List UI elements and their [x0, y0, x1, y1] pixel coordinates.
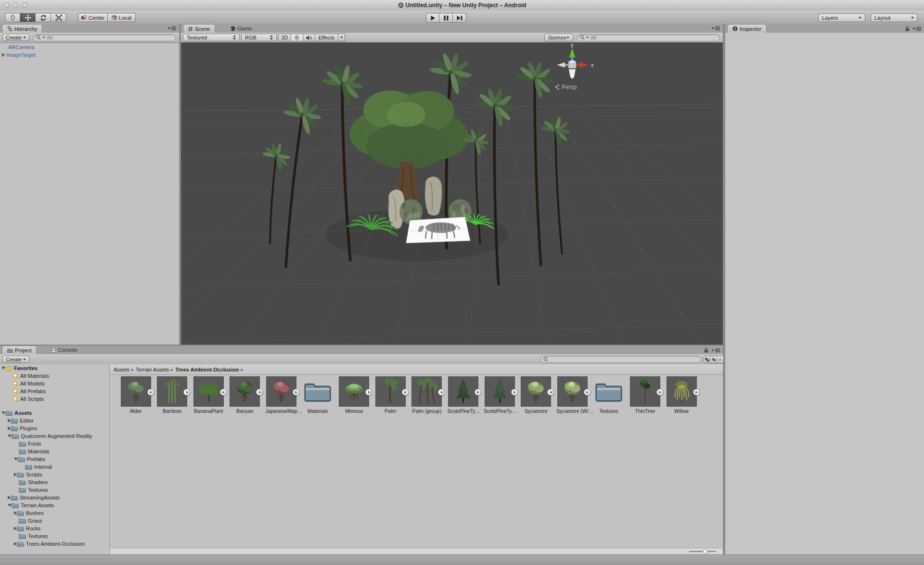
- asset-item[interactable]: Sycamore (Wi…: [556, 376, 588, 414]
- asset-prefab-thumbnail[interactable]: [411, 376, 442, 407]
- tree-item-folder[interactable]: Scripts: [0, 471, 109, 478]
- prefab-expand-arrow[interactable]: [293, 389, 299, 396]
- tree-item-favorites[interactable]: Favorites: [0, 364, 109, 372]
- tree-item-folder[interactable]: Qualcomm Augmented Reality: [0, 432, 109, 440]
- expander-expanded-icon[interactable]: [1, 411, 5, 414]
- tab-scene[interactable]: Scene: [183, 24, 215, 33]
- prefab-expand-arrow[interactable]: [365, 389, 372, 396]
- tree-item-saved-search[interactable]: All Prefabs: [0, 387, 109, 395]
- prefab-expand-arrow[interactable]: [584, 389, 590, 396]
- asset-item[interactable]: Materials: [302, 376, 334, 414]
- asset-item[interactable]: Palm (group): [411, 376, 443, 414]
- scene-audio-button[interactable]: [303, 34, 315, 41]
- asset-prefab-thumbnail[interactable]: [266, 376, 296, 407]
- asset-item[interactable]: Mimosa: [338, 376, 370, 414]
- asset-item[interactable]: Sycamore: [520, 376, 552, 414]
- search-by-label-button[interactable]: [710, 356, 717, 363]
- handle-local-button[interactable]: Local: [108, 13, 136, 22]
- tree-item-folder[interactable]: Grass: [0, 517, 109, 525]
- expander-expanded-icon[interactable]: [8, 504, 12, 507]
- asset-item[interactable]: BananaPlant: [192, 376, 224, 414]
- hierarchy-item[interactable]: ARCamera: [0, 43, 179, 51]
- asset-prefab-thumbnail[interactable]: [630, 376, 660, 407]
- tree-item-folder[interactable]: Rocks: [0, 525, 109, 532]
- scene-panel-menu[interactable]: [711, 26, 720, 30]
- asset-item[interactable]: ScotsPineTy…: [447, 376, 479, 414]
- tree-item-folder[interactable]: Shaders: [0, 478, 109, 486]
- gizmos-dropdown[interactable]: Gizmos: [544, 34, 573, 41]
- asset-prefab-thumbnail[interactable]: [485, 376, 515, 407]
- tab-project[interactable]: Project: [2, 346, 37, 354]
- lock-icon[interactable]: [704, 347, 708, 353]
- scene-viewport[interactable]: y x Persp: [181, 42, 723, 345]
- hierarchy-item[interactable]: ImageTarget: [0, 51, 179, 59]
- expander-expanded-icon[interactable]: [14, 458, 18, 461]
- breadcrumb-item[interactable]: Trees Ambient-Occlusion: [175, 367, 239, 372]
- tree-item-folder[interactable]: Materials: [0, 448, 109, 455]
- layout-dropdown[interactable]: Layout: [871, 13, 918, 22]
- tree-item-folder[interactable]: Editor: [0, 417, 109, 424]
- pause-button[interactable]: [439, 13, 453, 23]
- asset-item[interactable]: Palm: [374, 376, 406, 414]
- prefab-expand-arrow[interactable]: [220, 389, 227, 396]
- 2d-toggle-button[interactable]: 2D: [278, 34, 291, 41]
- tree-item-folder[interactable]: Textures: [0, 532, 109, 540]
- scene-search-input[interactable]: All: [577, 34, 720, 41]
- tree-item-folder[interactable]: Internal: [0, 463, 109, 471]
- scale-tool-button[interactable]: [51, 13, 66, 22]
- tree-item-folder[interactable]: Fonts: [0, 440, 109, 448]
- tab-inspector[interactable]: Inspector: [727, 24, 767, 33]
- tree-item-folder[interactable]: Textures: [0, 486, 109, 494]
- breadcrumb-item[interactable]: Terrain Assets: [136, 367, 169, 372]
- saved-searches-button[interactable]: [717, 356, 724, 363]
- shading-mode-dropdown[interactable]: Textured: [183, 34, 240, 41]
- prefab-expand-arrow[interactable]: [511, 389, 518, 396]
- asset-prefab-thumbnail[interactable]: [557, 376, 588, 407]
- asset-prefab-thumbnail[interactable]: [193, 376, 224, 407]
- prefab-expand-arrow[interactable]: [256, 389, 263, 396]
- project-create-button[interactable]: Create: [2, 356, 29, 363]
- asset-prefab-thumbnail[interactable]: [339, 376, 369, 407]
- asset-prefab-thumbnail[interactable]: [375, 376, 406, 407]
- tree-item-folder[interactable]: Plugins: [0, 424, 109, 432]
- asset-item[interactable]: JapaneseMap…: [265, 376, 297, 414]
- asset-item[interactable]: Banyan: [229, 376, 261, 414]
- asset-item[interactable]: Alder: [120, 376, 152, 414]
- rotate-tool-button[interactable]: [36, 13, 51, 22]
- hand-tool-button[interactable]: [5, 13, 20, 22]
- prefab-expand-arrow[interactable]: [693, 389, 700, 396]
- tree-item-folder[interactable]: Assets: [0, 409, 109, 417]
- asset-prefab-thumbnail[interactable]: [121, 376, 151, 407]
- search-by-type-button[interactable]: [704, 356, 710, 363]
- tree-item-folder[interactable]: Prefabs: [0, 455, 109, 463]
- step-button[interactable]: [453, 13, 466, 23]
- asset-prefab-thumbnail[interactable]: [448, 376, 478, 407]
- asset-item[interactable]: Textures: [593, 376, 625, 414]
- tree-item-folder[interactable]: Bushes: [0, 509, 109, 517]
- asset-prefab-thumbnail[interactable]: [667, 376, 697, 407]
- asset-folder-thumbnail[interactable]: [593, 376, 624, 407]
- panel-menu-icon[interactable]: [715, 348, 720, 352]
- pivot-center-button[interactable]: Center: [78, 13, 108, 22]
- prefab-expand-arrow[interactable]: [402, 389, 409, 396]
- lock-icon[interactable]: [905, 26, 910, 31]
- prefab-expand-arrow[interactable]: [147, 389, 154, 396]
- play-button[interactable]: [426, 13, 439, 23]
- move-tool-button[interactable]: [20, 13, 36, 22]
- tree-item-folder[interactable]: Trees Ambient-Occlusion: [0, 540, 109, 548]
- asset-prefab-thumbnail[interactable]: [521, 376, 551, 407]
- expander-collapsed-icon[interactable]: [2, 53, 5, 57]
- breadcrumb-item[interactable]: Assets: [114, 367, 129, 372]
- tree-item-saved-search[interactable]: All Materials: [0, 372, 109, 380]
- tab-console[interactable]: Console: [47, 346, 82, 354]
- tree-item-folder[interactable]: StreamingAssets: [0, 494, 109, 501]
- effects-dropdown-button[interactable]: Effects: [315, 34, 338, 41]
- persp-label[interactable]: Persp: [562, 84, 577, 90]
- project-search-input[interactable]: [540, 356, 702, 363]
- prefab-expand-arrow[interactable]: [547, 389, 554, 396]
- prefab-expand-arrow[interactable]: [656, 389, 663, 396]
- asset-item[interactable]: ScotsPineTy…: [484, 376, 515, 414]
- expander-expanded-icon[interactable]: [1, 367, 5, 370]
- hierarchy-search-input[interactable]: All: [33, 34, 176, 41]
- expander-expanded-icon[interactable]: [8, 435, 12, 437]
